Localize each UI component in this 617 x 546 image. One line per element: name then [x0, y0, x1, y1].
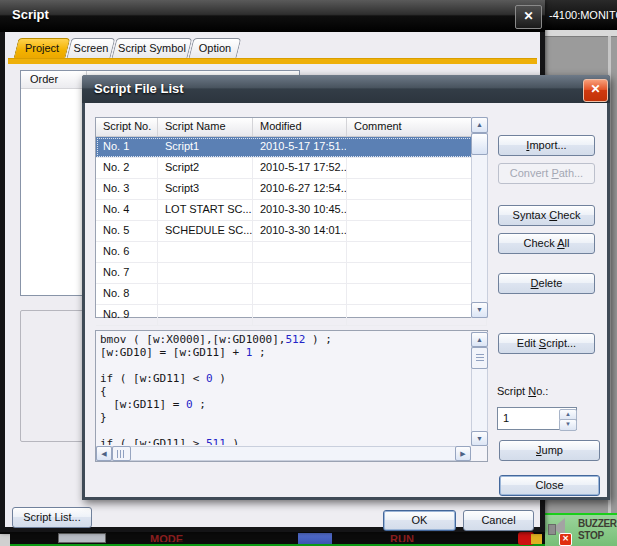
script-window-close-button[interactable]: ✕ — [515, 5, 542, 29]
table-cell: No. 2 — [96, 158, 158, 178]
table-cell: 2010-3-30 10:45... — [253, 200, 347, 220]
table-row[interactable]: No. 5SCHEDULE SC...2010-3-30 14:01... — [96, 221, 487, 242]
table-cell: No. 8 — [96, 284, 158, 304]
tab-accent-bar — [8, 58, 537, 64]
table-scroll-down-icon[interactable]: ▼ — [471, 302, 488, 318]
table-cell: Script1 — [158, 137, 253, 157]
table-row[interactable]: No. 6 — [96, 242, 487, 263]
import-button[interactable]: Import... — [498, 135, 595, 156]
script-file-table: Script No. Script Name Modified Comment … — [95, 117, 488, 318]
dialog-close-button[interactable]: ✕ — [583, 79, 608, 102]
ok-button[interactable]: OK — [383, 510, 456, 531]
table-cell: 2010-3-30 14:01... — [253, 221, 347, 241]
col-header-script-no[interactable]: Script No. — [96, 118, 158, 136]
table-scroll-thumb[interactable] — [471, 133, 488, 155]
col-header-script-name[interactable]: Script Name — [158, 118, 253, 136]
table-cell: No. 6 — [96, 242, 158, 262]
background-hmi-strip: MODE RUN — [0, 532, 545, 546]
table-cell — [158, 242, 253, 262]
table-cell — [158, 263, 253, 283]
script-no-spinner[interactable]: 1 ▲ ▼ — [497, 407, 577, 430]
table-cell — [347, 137, 487, 157]
table-cell: No. 4 — [96, 200, 158, 220]
col-header-comment[interactable]: Comment — [347, 118, 487, 136]
jump-button[interactable]: Jump — [499, 440, 600, 461]
order-column-header[interactable]: Order — [21, 71, 87, 89]
table-scroll-up-icon[interactable]: ▲ — [471, 117, 488, 133]
hmi-fragment — [298, 533, 332, 544]
delete-button[interactable]: Delete — [498, 273, 595, 294]
table-cell — [347, 221, 487, 241]
code-hscroll-thumb[interactable] — [112, 446, 131, 461]
table-cell: No. 9 — [96, 305, 158, 325]
background-window-titlebar: -4100:MONITO — [545, 0, 617, 30]
table-cell: No. 1 — [96, 137, 158, 157]
table-cell — [347, 179, 487, 199]
buzzer-stop-button[interactable]: ✕ BUZZER STOP — [545, 513, 617, 546]
script-window-title: Script — [12, 7, 49, 22]
edit-script-button[interactable]: Edit Script... — [498, 333, 595, 354]
script-file-list-dialog: Script File List ✕ Script No. Script Nam… — [82, 75, 610, 500]
table-cell: No. 5 — [96, 221, 158, 241]
script-code-preview[interactable]: bmov ( [w:X0000],[w:GD1000],512 ) ;[w:GD… — [95, 330, 488, 462]
table-cell: 2010-6-27 12:54... — [253, 179, 347, 199]
table-cell — [253, 284, 347, 304]
code-scroll-down-icon[interactable]: ▼ — [471, 431, 488, 446]
table-cell: SCHEDULE SC... — [158, 221, 253, 241]
cancel-button[interactable]: Cancel — [463, 510, 534, 531]
background-window-title: -4100:MONITO — [549, 9, 617, 21]
table-header-row: Script No. Script Name Modified Comment — [96, 118, 487, 137]
syntax-check-button[interactable]: Syntax Check — [498, 205, 595, 226]
table-cell: Script2 — [158, 158, 253, 178]
table-cell — [253, 242, 347, 262]
hmi-fragment — [531, 534, 542, 544]
dialog-title: Script File List — [94, 81, 184, 96]
table-cell: 2010-5-17 17:52... — [253, 158, 347, 178]
code-hscrollbar[interactable] — [96, 446, 471, 461]
table-row[interactable]: No. 1Script12010-5-17 17:51... — [96, 137, 487, 158]
table-cell — [253, 305, 347, 325]
table-cell: No. 7 — [96, 263, 158, 283]
tab-script-symbol[interactable]: Script Symbol — [112, 38, 193, 58]
table-cell — [347, 305, 487, 325]
table-row[interactable]: No. 8 — [96, 284, 487, 305]
table-cell: Script3 — [158, 179, 253, 199]
convert-path-button: Convert Path... — [498, 163, 595, 184]
table-cell — [347, 242, 487, 262]
code-scroll-up-icon[interactable]: ▲ — [471, 332, 488, 347]
code-text: bmov ( [w:X0000],[w:GD1000],512 ) ;[w:GD… — [100, 333, 455, 445]
script-window-titlebar: Script — [0, 0, 545, 32]
table-body: No. 1Script12010-5-17 17:51...No. 2Scrip… — [96, 137, 487, 326]
table-cell — [347, 284, 487, 304]
table-cell — [347, 158, 487, 178]
tab-option[interactable]: Option — [189, 38, 242, 58]
table-cell: 2010-5-17 17:51... — [253, 137, 347, 157]
hmi-run-label-fragment: RUN — [390, 533, 424, 542]
table-row[interactable]: No. 7 — [96, 263, 487, 284]
table-row[interactable]: No. 3Script32010-6-27 12:54... — [96, 179, 487, 200]
code-vscroll-thumb[interactable] — [471, 347, 488, 369]
table-row[interactable]: No. 9 — [96, 305, 487, 326]
code-scroll-left-icon[interactable]: ◀ — [96, 446, 112, 461]
table-cell — [158, 305, 253, 325]
dialog-titlebar: Script File List — [82, 75, 610, 103]
mute-x-icon: ✕ — [559, 533, 572, 546]
table-cell — [253, 263, 347, 283]
table-row[interactable]: No. 2Script22010-5-17 17:52... — [96, 158, 487, 179]
hmi-mode-label-fragment: MODE — [150, 533, 194, 542]
script-list-button[interactable]: Script List... — [12, 507, 92, 528]
code-scroll-right-icon[interactable]: ▶ — [455, 446, 471, 461]
speaker-icon-body — [548, 524, 556, 535]
buzzer-stop-label: BUZZER STOP — [578, 518, 617, 542]
tab-project[interactable]: Project — [14, 38, 71, 58]
script-no-value[interactable]: 1 — [503, 412, 509, 424]
table-row[interactable]: No. 4LOT START SC...2010-3-30 10:45... — [96, 200, 487, 221]
col-header-modified[interactable]: Modified — [253, 118, 347, 136]
table-cell: LOT START SC... — [158, 200, 253, 220]
tab-screen[interactable]: Screen — [67, 38, 116, 58]
check-all-button[interactable]: Check All — [498, 233, 595, 254]
close-button[interactable]: Close — [499, 475, 600, 496]
table-cell — [347, 200, 487, 220]
spinner-down-icon[interactable]: ▼ — [559, 419, 577, 431]
table-cell: No. 3 — [96, 179, 158, 199]
